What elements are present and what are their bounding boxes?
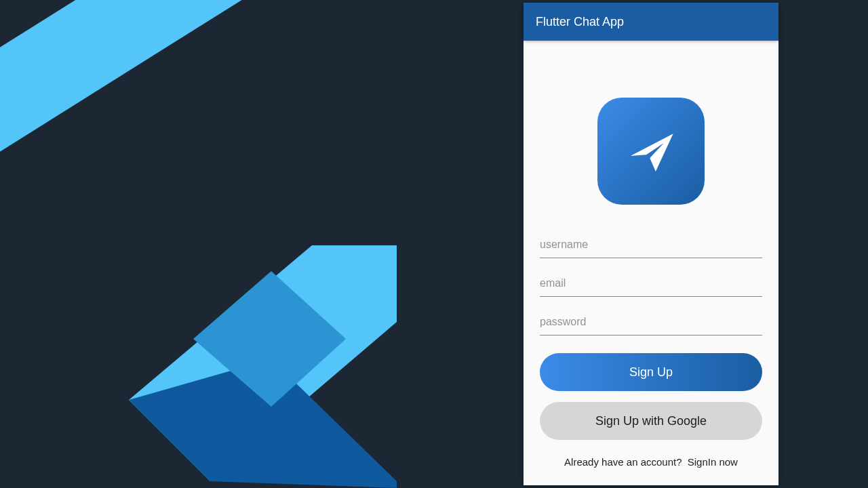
svg-marker-3	[193, 271, 346, 407]
signin-prompt-text: Already have an account?	[564, 456, 682, 468]
logo-container	[540, 98, 762, 205]
username-input[interactable]	[540, 232, 762, 258]
app-logo-icon	[597, 98, 705, 205]
svg-marker-0	[0, 0, 339, 156]
app-title: Flutter Chat App	[536, 15, 624, 29]
password-input[interactable]	[540, 309, 762, 336]
flutter-logo-background	[0, 0, 522, 488]
svg-marker-1	[129, 245, 397, 481]
email-input[interactable]	[540, 270, 762, 297]
paper-plane-icon	[622, 122, 680, 180]
app-bar: Flutter Chat App	[524, 3, 778, 41]
signup-screen: Sign Up Sign Up with Google Already have…	[524, 41, 778, 485]
svg-marker-2	[129, 359, 397, 488]
google-signup-button[interactable]: Sign Up with Google	[540, 402, 762, 440]
mobile-app-frame: Flutter Chat App Sign Up Sign Up with Go…	[524, 3, 778, 485]
signin-link[interactable]: SignIn now	[685, 456, 738, 468]
signup-button[interactable]: Sign Up	[540, 353, 762, 391]
signin-prompt-row: Already have an account? SignIn now	[540, 456, 762, 468]
